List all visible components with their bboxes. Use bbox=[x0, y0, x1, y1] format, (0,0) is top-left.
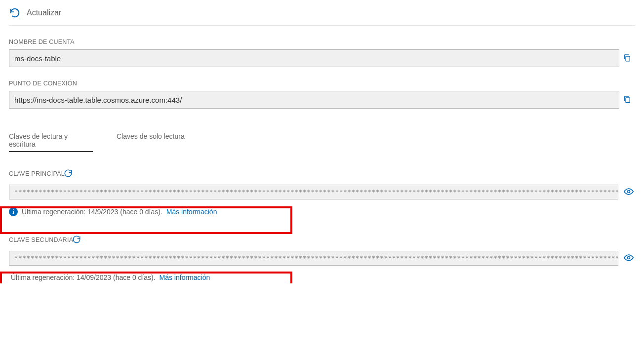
endpoint-field[interactable]: https://ms-docs-table.table.cosmos.azure… bbox=[9, 91, 619, 109]
secondary-key-info-text: Última regeneración: 14/09/2023 (hace 0 … bbox=[11, 274, 156, 281]
primary-key-field[interactable]: ****************************************… bbox=[9, 185, 618, 199]
primary-key-info-text: Última regeneración: 14/9/2023 (hace 0 d… bbox=[22, 208, 162, 216]
regenerate-primary-button[interactable] bbox=[64, 169, 74, 179]
refresh-label: Actualizar bbox=[27, 8, 61, 17]
svg-point-3 bbox=[628, 256, 630, 259]
secondary-more-info-link[interactable]: Más información bbox=[160, 274, 210, 281]
primary-more-info-link[interactable]: Más información bbox=[166, 208, 217, 216]
toolbar: Actualizar bbox=[9, 0, 635, 26]
svg-point-2 bbox=[628, 190, 630, 193]
tab-read-write[interactable]: Claves de lectura y escritura bbox=[9, 132, 93, 152]
primary-key-block: CLAVE PRINCIPAL ************************… bbox=[9, 169, 635, 218]
endpoint-label: PUNTO DE CONEXIÓN bbox=[9, 80, 635, 87]
account-name-field[interactable]: ms-docs-table bbox=[9, 49, 619, 67]
copy-account-button[interactable] bbox=[619, 49, 635, 67]
svg-rect-1 bbox=[626, 98, 630, 103]
refresh-icon bbox=[9, 7, 21, 19]
secondary-key-label: CLAVE SECUNDARIA bbox=[9, 236, 73, 243]
eye-icon bbox=[624, 187, 634, 198]
eye-icon bbox=[624, 253, 634, 264]
regenerate-secondary-button[interactable] bbox=[72, 235, 82, 245]
primary-key-label-row: CLAVE PRINCIPAL bbox=[9, 169, 635, 179]
refresh-button[interactable]: Actualizar bbox=[9, 7, 61, 19]
primary-key-row: ****************************************… bbox=[9, 185, 635, 199]
copy-icon bbox=[623, 95, 632, 105]
show-primary-key-button[interactable] bbox=[622, 186, 635, 198]
primary-key-label: CLAVE PRINCIPAL bbox=[9, 170, 65, 177]
secondary-key-block: CLAVE SECUNDARIA ***********************… bbox=[9, 235, 635, 283]
show-secondary-key-button[interactable] bbox=[622, 252, 635, 265]
copy-icon bbox=[623, 53, 632, 64]
endpoint-row: https://ms-docs-table.table.cosmos.azure… bbox=[9, 91, 635, 109]
secondary-key-field[interactable]: ****************************************… bbox=[9, 251, 618, 266]
info-icon: i bbox=[9, 207, 18, 216]
account-name-row: ms-docs-table bbox=[9, 49, 635, 67]
copy-endpoint-button[interactable] bbox=[619, 91, 635, 109]
secondary-key-info-row: Última regeneración: 14/09/2023 (hace 0 … bbox=[9, 272, 635, 283]
primary-key-info-row: i Última regeneración: 14/9/2023 (hace 0… bbox=[9, 205, 635, 218]
tabs: Claves de lectura y escritura Claves de … bbox=[9, 132, 635, 152]
secondary-key-row: ****************************************… bbox=[9, 251, 635, 266]
secondary-key-label-row: CLAVE SECUNDARIA bbox=[9, 235, 635, 245]
svg-rect-0 bbox=[626, 56, 630, 61]
tab-read-only[interactable]: Claves de solo lectura bbox=[117, 132, 185, 152]
account-name-label: NOMBRE DE CUENTA bbox=[9, 39, 635, 45]
